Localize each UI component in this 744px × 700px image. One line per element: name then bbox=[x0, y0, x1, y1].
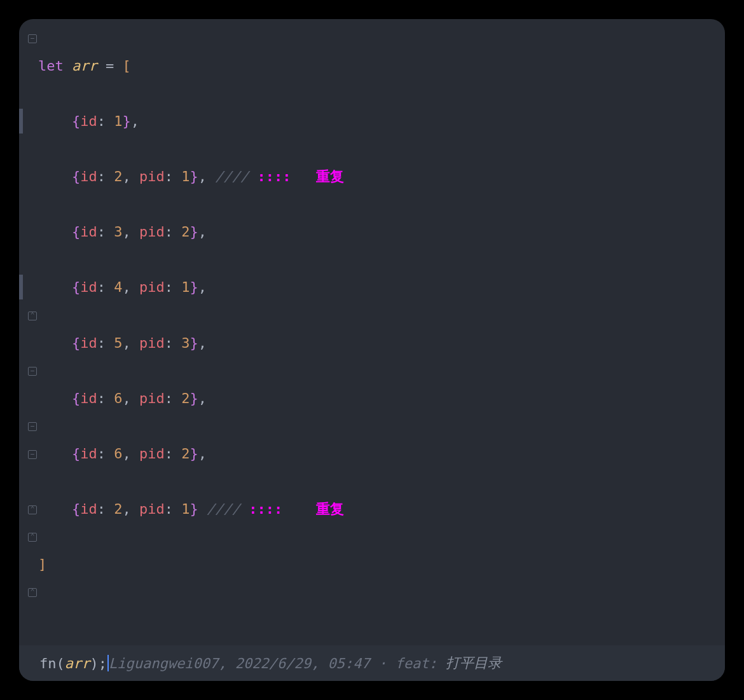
code-line[interactable]: {id: 6, pid: 2}, bbox=[38, 440, 712, 468]
fold-end-icon[interactable] bbox=[28, 588, 37, 597]
code-line[interactable]: {id: 2, pid: 1} //// :::: 重复 bbox=[38, 495, 712, 523]
code-editor: let arr = [ {id: 1}, {id: 2, pid: 1}, //… bbox=[19, 19, 725, 681]
code-line[interactable]: {id: 3, pid: 2}, bbox=[38, 218, 712, 246]
fold-end-icon[interactable] bbox=[28, 505, 37, 514]
code-content[interactable]: let arr = [ {id: 1}, {id: 2, pid: 1}, //… bbox=[38, 24, 725, 645]
git-blame-annotation: Liguangwei007, 2022/6/29, 05:47 · feat: bbox=[109, 655, 446, 671]
fold-marker-icon[interactable] bbox=[28, 34, 37, 43]
code-line[interactable]: let arr = [ bbox=[38, 52, 712, 80]
fold-marker-icon[interactable] bbox=[28, 422, 37, 431]
gutter[interactable] bbox=[19, 24, 38, 645]
fold-end-icon[interactable] bbox=[28, 312, 37, 320]
code-line[interactable]: {id: 1}, bbox=[38, 107, 712, 135]
fold-marker-icon[interactable] bbox=[28, 450, 37, 459]
change-marker bbox=[19, 109, 23, 134]
code-line[interactable]: ] bbox=[38, 551, 712, 579]
code-line[interactable]: {id: 2, pid: 1}, //// :::: 重复 bbox=[38, 163, 712, 191]
editor-footer: fn(arr); Liguangwei007, 2022/6/29, 05:47… bbox=[19, 645, 725, 681]
fold-end-icon[interactable] bbox=[28, 533, 37, 542]
change-marker bbox=[19, 275, 23, 299]
code-line[interactable]: {id: 6, pid: 2}, bbox=[38, 385, 712, 413]
code-line[interactable]: {id: 4, pid: 1}, bbox=[38, 273, 712, 301]
fold-marker-icon[interactable] bbox=[28, 367, 37, 376]
code-line[interactable] bbox=[38, 606, 712, 634]
fn-call[interactable]: fn bbox=[39, 655, 57, 671]
code-area[interactable]: let arr = [ {id: 1}, {id: 2, pid: 1}, //… bbox=[19, 19, 725, 645]
code-line[interactable]: {id: 5, pid: 3}, bbox=[38, 329, 712, 357]
